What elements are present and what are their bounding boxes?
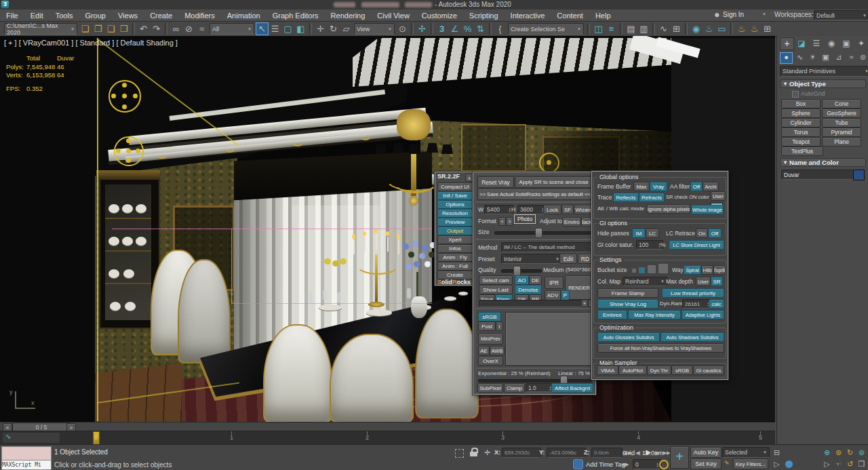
create-sphere-button[interactable]: Sphere xyxy=(781,109,821,118)
way-spiral-button[interactable]: Spiral xyxy=(684,265,701,275)
key-mode-icon[interactable] xyxy=(659,460,669,469)
tab-hierarchy[interactable]: ☰ xyxy=(810,39,823,49)
edit-named-selection-sets-icon[interactable]: { xyxy=(494,22,507,35)
preset-rd-button[interactable]: RD xyxy=(578,254,593,264)
bind-to-space-warp-icon[interactable]: ≈ xyxy=(195,22,208,35)
gi-caustics-button[interactable]: GI caustics xyxy=(693,366,724,375)
menu-customize[interactable]: Customize xyxy=(416,12,463,20)
aa-filter-archi-button[interactable]: Archi xyxy=(703,182,719,191)
frame-step-icon[interactable]: ◀▶ xyxy=(620,459,630,469)
ipr-button[interactable]: IPR xyxy=(545,277,564,289)
menu-file[interactable]: File xyxy=(0,12,24,20)
frame-buffer-vray-button[interactable]: Vray xyxy=(650,182,667,191)
material-editor-icon[interactable]: ◉ xyxy=(690,22,703,35)
play-icon[interactable]: ▶ xyxy=(644,447,653,457)
way-topb-button[interactable]: Top/B xyxy=(713,265,726,275)
dyn-ram-field[interactable]: 26161▴▾ xyxy=(682,299,712,309)
quality-slider-handle[interactable] xyxy=(513,266,521,276)
sr-resolution-button[interactable]: Resolution xyxy=(437,209,473,218)
frame-spinner[interactable]: ▴▾ xyxy=(656,462,658,467)
create-cylinder-button[interactable]: Cylinder xyxy=(781,118,821,128)
method-dropdown[interactable]: IM / LC -- The default method▼ xyxy=(501,242,596,252)
clamp-value-field[interactable]: 1.0▴▾ xyxy=(526,383,554,392)
use-center-icon[interactable]: ⊙ xyxy=(396,22,409,35)
add-path-button[interactable]: + xyxy=(581,300,588,307)
tab-modify[interactable]: ◪ xyxy=(795,39,808,49)
aa-filter-off-button[interactable]: Off xyxy=(690,182,703,191)
menu-interactive[interactable]: Interactive xyxy=(505,12,551,20)
z-coord-field[interactable]: 0.0cm xyxy=(591,448,623,458)
bucket-size-1[interactable] xyxy=(632,269,636,273)
curve-editor-icon[interactable]: ∿ xyxy=(657,22,670,35)
height-field[interactable]: 3600▴▾ xyxy=(517,205,547,214)
key-selection-dropdown[interactable]: Selected▼ xyxy=(722,447,770,458)
title-bar[interactable]: 3 - Autodesk 3ds Max 2020 xyxy=(0,0,868,9)
render-production-icon[interactable]: ♨ xyxy=(735,22,748,35)
menu-graph-editors[interactable]: Graph Editors xyxy=(267,12,325,20)
menu-animation[interactable]: Animation xyxy=(221,12,267,20)
affect-backgrd-button[interactable]: Affect Backgrd xyxy=(551,383,593,393)
maximize-viewport-icon[interactable]: ❒ xyxy=(856,459,867,469)
toggle-ribbon-icon[interactable]: ▥ xyxy=(637,22,650,35)
category-geometry-icon[interactable]: ● xyxy=(780,52,793,64)
bucket-size-2[interactable] xyxy=(639,267,645,273)
tab-utilities[interactable]: ✦ xyxy=(855,39,867,49)
trace-refracts-button[interactable]: Refracts xyxy=(639,193,665,202)
sr-output-button[interactable]: Output xyxy=(437,227,473,235)
force-vrayshadows-button[interactable]: Force all Non-VrayShadows to VrayShadows xyxy=(597,343,724,353)
orbit-icon[interactable]: ↺ xyxy=(845,459,855,469)
max-depth-user-button[interactable]: User xyxy=(696,277,711,286)
save-as-icon[interactable]: ❒ xyxy=(117,22,130,35)
menu-rendering[interactable]: Rendering xyxy=(325,12,372,20)
show-last-button[interactable]: Show Last xyxy=(479,285,513,294)
menu-content[interactable]: Content xyxy=(551,12,589,20)
window-crossing-icon[interactable]: ◧ xyxy=(294,22,307,35)
project-folder-dropdown[interactable]: C:\Users\C...s Max 2020 ▼ xyxy=(4,23,77,35)
sr-init-save-button[interactable]: Init / Save xyxy=(437,191,473,200)
create-box-button[interactable]: Box xyxy=(781,99,821,109)
info-button[interactable]: i xyxy=(496,321,503,331)
ignore-alpha-button[interactable]: Ignore alpha pixels xyxy=(647,204,690,214)
dyn-thr-button[interactable]: Dyn Thr xyxy=(647,366,671,375)
x-coord-field[interactable]: 659.2932c xyxy=(502,448,541,458)
vbaa-button[interactable]: VBAA xyxy=(597,366,618,375)
zoom-icon[interactable]: ⊕ xyxy=(822,448,832,458)
set-key-button[interactable]: Set Key xyxy=(690,458,722,469)
autopilot-button[interactable]: AutoPilot xyxy=(618,366,647,375)
select-and-manipulate-icon[interactable]: ✢ xyxy=(416,22,429,35)
rectangular-selection-region-icon[interactable]: ▢ xyxy=(281,22,294,35)
menu-group[interactable]: Group xyxy=(79,12,112,20)
object-name-field[interactable]: Duvar xyxy=(781,170,854,180)
create-cone-button[interactable]: Cone xyxy=(822,99,861,109)
zoom-extents-all-icon[interactable]: ⊚ xyxy=(856,448,867,458)
sr-options-button[interactable]: Options xyxy=(437,200,473,209)
quality-slider[interactable] xyxy=(501,269,542,273)
aa-filter-user-button[interactable]: User xyxy=(711,191,726,201)
schematic-view-icon[interactable]: ⊞ xyxy=(670,22,683,35)
category-dropdown[interactable]: Standard Primitives ▼ xyxy=(780,66,868,77)
category-systems-icon[interactable]: ⊚ xyxy=(857,53,868,62)
menu-views[interactable]: Views xyxy=(112,12,144,20)
enviro-button[interactable]: Enviro xyxy=(562,217,581,227)
reset-vray-button[interactable]: Reset Vray xyxy=(477,176,514,188)
sr-anim-fly-button[interactable]: Anim : Fly xyxy=(437,253,473,262)
denoise-button[interactable]: Denoise xyxy=(515,285,542,294)
previous-frame-icon[interactable]: ◀| xyxy=(634,448,642,458)
autogrid-checkbox[interactable] xyxy=(792,91,799,98)
menu-modifiers[interactable]: Modifiers xyxy=(178,12,221,20)
selection-filter-dropdown[interactable]: All ▼ xyxy=(210,23,254,35)
width-field[interactable]: 5400▴▾ xyxy=(484,205,513,214)
tab-create[interactable]: + xyxy=(780,37,794,50)
object-type-rollout[interactable]: ▾ Object Type xyxy=(780,79,866,88)
category-helpers-icon[interactable]: ⊿ xyxy=(833,53,844,62)
col-map-dropdown[interactable]: Reinhard▼ xyxy=(623,277,667,286)
auto-key-button[interactable]: Auto Key xyxy=(690,447,722,458)
preset-dropdown[interactable]: Interior▼ xyxy=(501,254,562,264)
reference-coordinate-dropdown[interactable]: View ▼ xyxy=(354,23,395,35)
create-textplus-button[interactable]: TextPlus xyxy=(781,146,823,156)
trace-reflects-button[interactable]: Reflects xyxy=(613,193,639,202)
viewport-menu-shading[interactable]: [ Default Shading ] xyxy=(116,39,178,47)
snap-toggle-icon[interactable]: 3 xyxy=(435,22,448,35)
menu-tools[interactable]: Tools xyxy=(50,12,79,20)
whole-image-button[interactable]: Whole image xyxy=(691,205,724,214)
